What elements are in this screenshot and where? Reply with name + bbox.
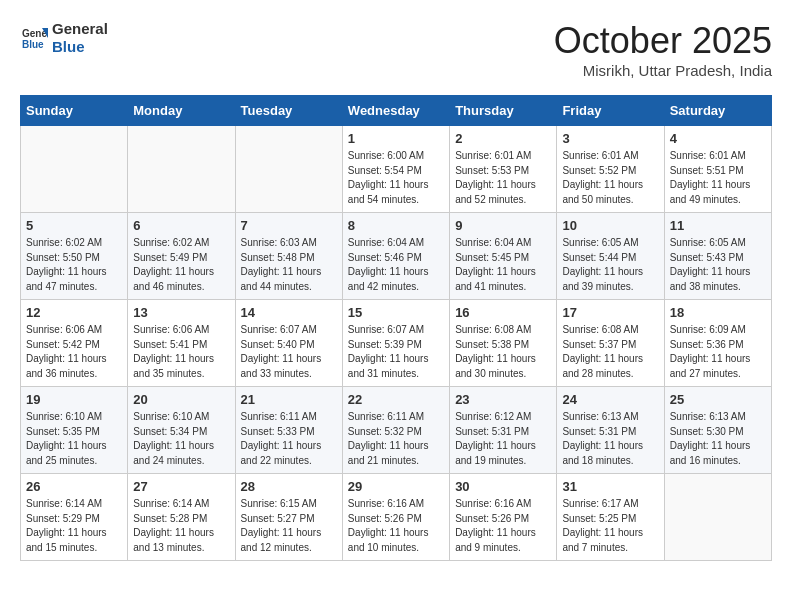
- calendar-cell: 30Sunrise: 6:16 AM Sunset: 5:26 PM Dayli…: [450, 474, 557, 561]
- weekday-header-saturday: Saturday: [664, 96, 771, 126]
- day-number: 2: [455, 131, 551, 146]
- calendar-cell: 6Sunrise: 6:02 AM Sunset: 5:49 PM Daylig…: [128, 213, 235, 300]
- logo-blue: Blue: [52, 38, 85, 55]
- calendar-cell: 23Sunrise: 6:12 AM Sunset: 5:31 PM Dayli…: [450, 387, 557, 474]
- day-number: 6: [133, 218, 229, 233]
- day-info: Sunrise: 6:05 AM Sunset: 5:44 PM Dayligh…: [562, 236, 658, 294]
- calendar-cell: 1Sunrise: 6:00 AM Sunset: 5:54 PM Daylig…: [342, 126, 449, 213]
- day-info: Sunrise: 6:17 AM Sunset: 5:25 PM Dayligh…: [562, 497, 658, 555]
- calendar-cell: [664, 474, 771, 561]
- calendar-cell: 4Sunrise: 6:01 AM Sunset: 5:51 PM Daylig…: [664, 126, 771, 213]
- weekday-header-thursday: Thursday: [450, 96, 557, 126]
- calendar-cell: 28Sunrise: 6:15 AM Sunset: 5:27 PM Dayli…: [235, 474, 342, 561]
- day-number: 29: [348, 479, 444, 494]
- calendar-week-row: 5Sunrise: 6:02 AM Sunset: 5:50 PM Daylig…: [21, 213, 772, 300]
- weekday-header-sunday: Sunday: [21, 96, 128, 126]
- day-info: Sunrise: 6:06 AM Sunset: 5:42 PM Dayligh…: [26, 323, 122, 381]
- day-info: Sunrise: 6:07 AM Sunset: 5:39 PM Dayligh…: [348, 323, 444, 381]
- weekday-header-friday: Friday: [557, 96, 664, 126]
- day-info: Sunrise: 6:03 AM Sunset: 5:48 PM Dayligh…: [241, 236, 337, 294]
- day-info: Sunrise: 6:00 AM Sunset: 5:54 PM Dayligh…: [348, 149, 444, 207]
- calendar-cell: 26Sunrise: 6:14 AM Sunset: 5:29 PM Dayli…: [21, 474, 128, 561]
- calendar-cell: 9Sunrise: 6:04 AM Sunset: 5:45 PM Daylig…: [450, 213, 557, 300]
- day-number: 21: [241, 392, 337, 407]
- calendar-cell: 11Sunrise: 6:05 AM Sunset: 5:43 PM Dayli…: [664, 213, 771, 300]
- day-info: Sunrise: 6:09 AM Sunset: 5:36 PM Dayligh…: [670, 323, 766, 381]
- day-info: Sunrise: 6:04 AM Sunset: 5:45 PM Dayligh…: [455, 236, 551, 294]
- day-info: Sunrise: 6:10 AM Sunset: 5:34 PM Dayligh…: [133, 410, 229, 468]
- calendar-cell: 2Sunrise: 6:01 AM Sunset: 5:53 PM Daylig…: [450, 126, 557, 213]
- day-info: Sunrise: 6:08 AM Sunset: 5:37 PM Dayligh…: [562, 323, 658, 381]
- day-number: 8: [348, 218, 444, 233]
- day-number: 13: [133, 305, 229, 320]
- day-number: 23: [455, 392, 551, 407]
- day-info: Sunrise: 6:13 AM Sunset: 5:30 PM Dayligh…: [670, 410, 766, 468]
- calendar-cell: 3Sunrise: 6:01 AM Sunset: 5:52 PM Daylig…: [557, 126, 664, 213]
- calendar-cell: [128, 126, 235, 213]
- day-info: Sunrise: 6:10 AM Sunset: 5:35 PM Dayligh…: [26, 410, 122, 468]
- day-info: Sunrise: 6:07 AM Sunset: 5:40 PM Dayligh…: [241, 323, 337, 381]
- day-number: 1: [348, 131, 444, 146]
- calendar-cell: 15Sunrise: 6:07 AM Sunset: 5:39 PM Dayli…: [342, 300, 449, 387]
- calendar-cell: 17Sunrise: 6:08 AM Sunset: 5:37 PM Dayli…: [557, 300, 664, 387]
- day-number: 25: [670, 392, 766, 407]
- month-title: October 2025: [554, 20, 772, 62]
- day-number: 18: [670, 305, 766, 320]
- day-number: 12: [26, 305, 122, 320]
- day-number: 22: [348, 392, 444, 407]
- calendar-cell: 14Sunrise: 6:07 AM Sunset: 5:40 PM Dayli…: [235, 300, 342, 387]
- logo: General Blue General Blue: [20, 20, 108, 57]
- calendar-cell: 8Sunrise: 6:04 AM Sunset: 5:46 PM Daylig…: [342, 213, 449, 300]
- calendar-cell: [235, 126, 342, 213]
- day-info: Sunrise: 6:02 AM Sunset: 5:49 PM Dayligh…: [133, 236, 229, 294]
- day-number: 30: [455, 479, 551, 494]
- page-header: General Blue General Blue October 2025 M…: [20, 20, 772, 79]
- calendar-cell: 22Sunrise: 6:11 AM Sunset: 5:32 PM Dayli…: [342, 387, 449, 474]
- day-info: Sunrise: 6:01 AM Sunset: 5:52 PM Dayligh…: [562, 149, 658, 207]
- day-info: Sunrise: 6:01 AM Sunset: 5:51 PM Dayligh…: [670, 149, 766, 207]
- day-number: 31: [562, 479, 658, 494]
- calendar-table: SundayMondayTuesdayWednesdayThursdayFrid…: [20, 95, 772, 561]
- calendar-week-row: 12Sunrise: 6:06 AM Sunset: 5:42 PM Dayli…: [21, 300, 772, 387]
- day-number: 5: [26, 218, 122, 233]
- day-number: 11: [670, 218, 766, 233]
- day-info: Sunrise: 6:02 AM Sunset: 5:50 PM Dayligh…: [26, 236, 122, 294]
- calendar-cell: 18Sunrise: 6:09 AM Sunset: 5:36 PM Dayli…: [664, 300, 771, 387]
- weekday-header-monday: Monday: [128, 96, 235, 126]
- day-info: Sunrise: 6:14 AM Sunset: 5:28 PM Dayligh…: [133, 497, 229, 555]
- calendar-cell: 20Sunrise: 6:10 AM Sunset: 5:34 PM Dayli…: [128, 387, 235, 474]
- day-info: Sunrise: 6:11 AM Sunset: 5:33 PM Dayligh…: [241, 410, 337, 468]
- day-info: Sunrise: 6:04 AM Sunset: 5:46 PM Dayligh…: [348, 236, 444, 294]
- day-number: 4: [670, 131, 766, 146]
- calendar-cell: 7Sunrise: 6:03 AM Sunset: 5:48 PM Daylig…: [235, 213, 342, 300]
- calendar-cell: 5Sunrise: 6:02 AM Sunset: 5:50 PM Daylig…: [21, 213, 128, 300]
- logo-general: General: [52, 20, 108, 37]
- day-info: Sunrise: 6:01 AM Sunset: 5:53 PM Dayligh…: [455, 149, 551, 207]
- calendar-cell: 21Sunrise: 6:11 AM Sunset: 5:33 PM Dayli…: [235, 387, 342, 474]
- calendar-week-row: 19Sunrise: 6:10 AM Sunset: 5:35 PM Dayli…: [21, 387, 772, 474]
- day-number: 14: [241, 305, 337, 320]
- day-number: 10: [562, 218, 658, 233]
- day-info: Sunrise: 6:06 AM Sunset: 5:41 PM Dayligh…: [133, 323, 229, 381]
- day-number: 15: [348, 305, 444, 320]
- day-number: 16: [455, 305, 551, 320]
- calendar-cell: [21, 126, 128, 213]
- calendar-cell: 25Sunrise: 6:13 AM Sunset: 5:30 PM Dayli…: [664, 387, 771, 474]
- calendar-cell: 12Sunrise: 6:06 AM Sunset: 5:42 PM Dayli…: [21, 300, 128, 387]
- day-info: Sunrise: 6:11 AM Sunset: 5:32 PM Dayligh…: [348, 410, 444, 468]
- day-number: 17: [562, 305, 658, 320]
- calendar-cell: 13Sunrise: 6:06 AM Sunset: 5:41 PM Dayli…: [128, 300, 235, 387]
- day-number: 9: [455, 218, 551, 233]
- day-number: 3: [562, 131, 658, 146]
- calendar-cell: 27Sunrise: 6:14 AM Sunset: 5:28 PM Dayli…: [128, 474, 235, 561]
- day-info: Sunrise: 6:14 AM Sunset: 5:29 PM Dayligh…: [26, 497, 122, 555]
- day-number: 19: [26, 392, 122, 407]
- calendar-cell: 10Sunrise: 6:05 AM Sunset: 5:44 PM Dayli…: [557, 213, 664, 300]
- day-number: 24: [562, 392, 658, 407]
- title-block: October 2025 Misrikh, Uttar Pradesh, Ind…: [554, 20, 772, 79]
- day-number: 27: [133, 479, 229, 494]
- calendar-cell: 29Sunrise: 6:16 AM Sunset: 5:26 PM Dayli…: [342, 474, 449, 561]
- calendar-cell: 16Sunrise: 6:08 AM Sunset: 5:38 PM Dayli…: [450, 300, 557, 387]
- calendar-week-row: 26Sunrise: 6:14 AM Sunset: 5:29 PM Dayli…: [21, 474, 772, 561]
- day-number: 28: [241, 479, 337, 494]
